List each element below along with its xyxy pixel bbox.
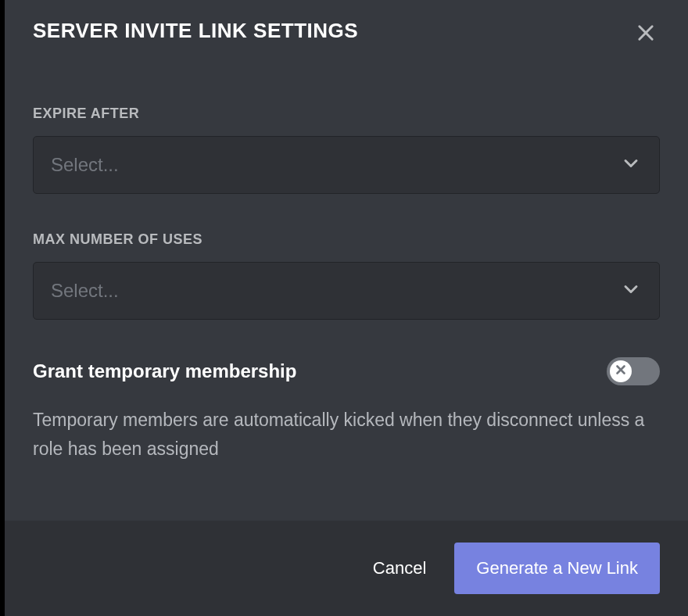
temporary-membership-toggle[interactable] — [607, 357, 660, 385]
temporary-membership-label: Grant temporary membership — [33, 360, 296, 382]
modal-title: SERVER INVITE LINK SETTINGS — [33, 19, 358, 43]
expire-after-label: EXPIRE AFTER — [33, 106, 660, 122]
modal-footer: Cancel Generate a New Link — [5, 521, 688, 616]
chevron-down-icon — [620, 278, 642, 303]
expire-after-placeholder: Select... — [51, 154, 119, 176]
max-uses-field: MAX NUMBER OF USES Select... — [33, 231, 660, 320]
expire-after-select[interactable]: Select... — [33, 136, 660, 194]
temporary-membership-description: Temporary members are automatically kick… — [33, 406, 660, 464]
modal-body: EXPIRE AFTER Select... MAX NUMBER OF USE… — [5, 106, 688, 521]
max-uses-placeholder: Select... — [51, 280, 119, 302]
close-icon — [635, 22, 657, 46]
chevron-down-icon — [620, 152, 642, 177]
invite-link-settings-modal: SERVER INVITE LINK SETTINGS EXPIRE AFTER… — [0, 0, 688, 616]
expire-after-field: EXPIRE AFTER Select... — [33, 106, 660, 194]
max-uses-label: MAX NUMBER OF USES — [33, 231, 660, 248]
close-button[interactable] — [632, 19, 660, 49]
max-uses-select[interactable]: Select... — [33, 262, 660, 320]
cancel-button[interactable]: Cancel — [373, 558, 426, 578]
generate-link-button[interactable]: Generate a New Link — [454, 543, 660, 594]
toggle-thumb — [610, 360, 632, 382]
temporary-membership-row: Grant temporary membership — [33, 357, 660, 385]
x-icon — [614, 363, 628, 380]
modal-header: SERVER INVITE LINK SETTINGS — [5, 0, 688, 49]
